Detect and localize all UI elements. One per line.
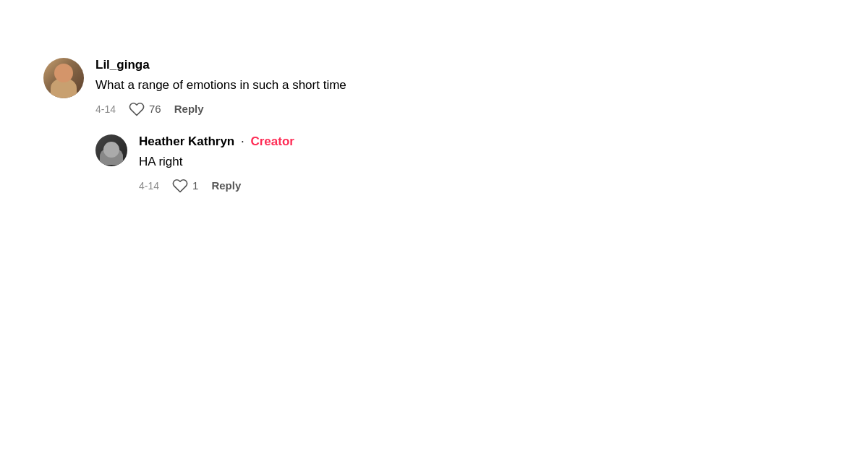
reply-button[interactable]: Reply (174, 103, 204, 115)
reply-username: Heather Kathryn · Creator (139, 134, 294, 149)
reply-reply-button[interactable]: Reply (211, 179, 241, 192)
reply-like-group: 1 (172, 178, 198, 194)
reply-section: Heather Kathryn · Creator HA right 4-14 … (95, 134, 550, 194)
avatar (43, 58, 84, 98)
comments-section: Lil_ginga What a range of emotions in su… (43, 58, 550, 194)
comment-body: Lil_ginga What a range of emotions in su… (95, 58, 346, 117)
comment-username: Lil_ginga (95, 58, 346, 72)
comment-text: What a range of emotions in such a short… (95, 77, 346, 94)
heart-icon[interactable] (129, 101, 145, 117)
like-count: 76 (149, 103, 161, 115)
reply-like-count: 1 (192, 179, 198, 192)
reply-text: HA right (139, 153, 294, 171)
reply-body: Heather Kathryn · Creator HA right 4-14 … (139, 134, 294, 194)
heart-icon[interactable] (172, 178, 188, 194)
comment-item: Lil_ginga What a range of emotions in su… (43, 58, 550, 117)
reply-meta: 4-14 1 Reply (139, 178, 294, 194)
reply-date: 4-14 (139, 180, 159, 192)
creator-badge: Creator (250, 134, 294, 148)
reply-item: Heather Kathryn · Creator HA right 4-14 … (95, 134, 550, 194)
avatar (95, 134, 127, 166)
comment-meta: 4-14 76 Reply (95, 101, 346, 117)
like-group: 76 (129, 101, 161, 117)
comment-date: 4-14 (95, 103, 116, 115)
